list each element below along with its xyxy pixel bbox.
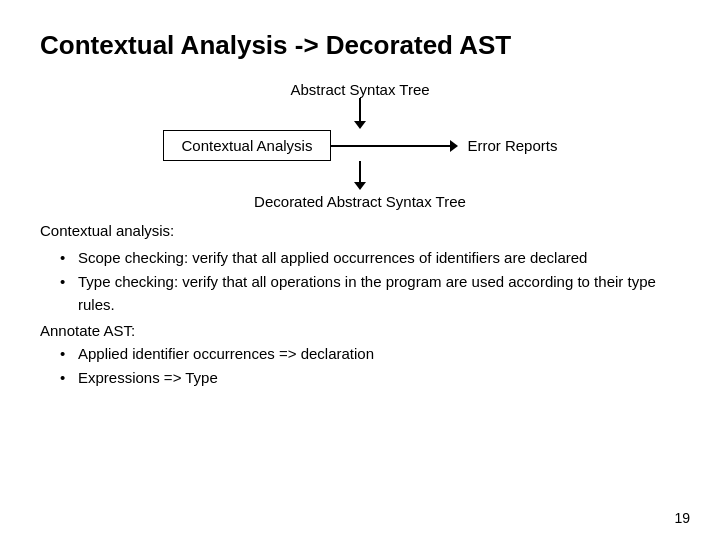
slide: Contextual Analysis -> Decorated AST Abs… (0, 0, 720, 540)
diagram-top-label: Abstract Syntax Tree (290, 81, 429, 98)
diagram-arrow-down-top (359, 98, 361, 122)
diagram-arrow-down-bottom (359, 161, 361, 183)
error-reports-label: Error Reports (467, 137, 557, 154)
annotate-bullets: Applied identifier occurrences => declar… (60, 343, 680, 390)
annotate-bullet-1: Applied identifier occurrences => declar… (60, 343, 680, 366)
contextual-analysis-bullets: Scope checking: verify that all applied … (60, 247, 680, 317)
slide-title: Contextual Analysis -> Decorated AST (40, 30, 680, 61)
diagram-bottom-label: Decorated Abstract Syntax Tree (254, 193, 466, 210)
bullet-scope: Scope checking: verify that all applied … (60, 247, 680, 270)
diagram-middle-row: Contextual Analysis Error Reports (120, 130, 600, 161)
contextual-analysis-heading: Contextual analysis: (40, 220, 680, 243)
page-number: 19 (674, 510, 690, 526)
diagram-arrow-right (331, 145, 451, 147)
annotate-heading: Annotate AST: (40, 322, 135, 339)
content-section: Contextual analysis: Scope checking: ver… (40, 220, 680, 390)
arrow-right-line (331, 145, 451, 147)
bullet-type: Type checking: verify that all operation… (60, 271, 680, 316)
diagram: Abstract Syntax Tree Contextual Analysis… (120, 81, 600, 210)
annotate-section: Annotate AST: Applied identifier occurre… (40, 320, 680, 390)
annotate-bullet-2: Expressions => Type (60, 367, 680, 390)
diagram-bottom-section: Decorated Abstract Syntax Tree (254, 161, 466, 210)
contextual-analysis-box: Contextual Analysis (163, 130, 332, 161)
